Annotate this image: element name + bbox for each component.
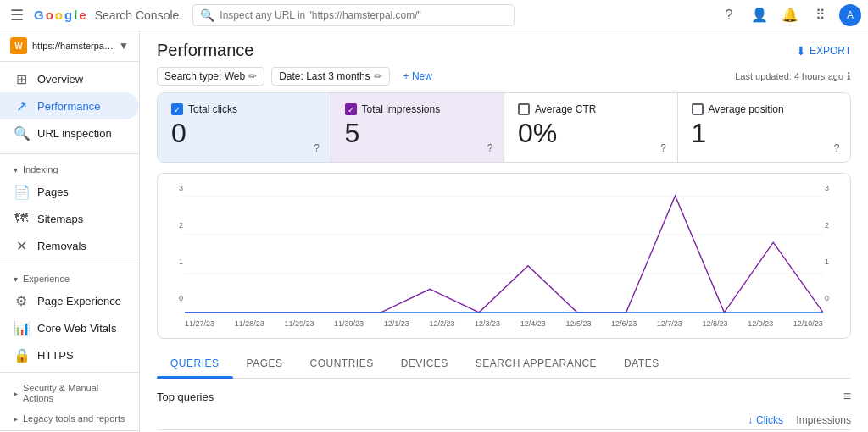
sidebar-item-page-experience[interactable]: ⚙ Page Experience	[0, 287, 139, 314]
x-label: 12/5/23	[565, 319, 591, 328]
sidebar-item-pages[interactable]: 📄 Pages	[0, 178, 139, 205]
col-clicks-label: Clicks	[756, 414, 783, 426]
sidebar-item-sitemaps[interactable]: 🗺 Sitemaps	[0, 205, 139, 232]
queries-table: Top queries ≡ ↓ Clicks Impressions hamst…	[157, 385, 851, 432]
property-icon: W	[10, 37, 27, 54]
tab-search-appearance[interactable]: SEARCH APPEARANCE	[462, 349, 610, 378]
experience-section[interactable]: ▾ Experience	[0, 267, 139, 287]
search-bar[interactable]: 🔍	[192, 4, 515, 26]
col-impressions-label: Impressions	[796, 414, 851, 426]
table-filter-icon[interactable]: ≡	[843, 389, 851, 404]
x-label: 12/10/23	[793, 319, 823, 328]
export-label: EXPORT	[810, 45, 851, 57]
tab-dates[interactable]: DATES	[610, 349, 673, 378]
tab-queries[interactable]: QUERIES	[157, 349, 233, 378]
x-label: 11/30/23	[334, 319, 364, 328]
x-label: 11/29/23	[284, 319, 314, 328]
performance-icon: ↗	[14, 98, 29, 114]
export-button[interactable]: ⬇ EXPORT	[796, 44, 851, 58]
average-position-card: Average position 1 ?	[677, 93, 851, 162]
impressions-label: Total impressions	[362, 103, 441, 115]
clicks-label: Total clicks	[188, 103, 237, 115]
x-label: 12/2/23	[429, 319, 454, 328]
position-value: 1	[692, 119, 837, 148]
sidebar-item-core-web-vitals[interactable]: 📊 Core Web Vitals	[0, 314, 139, 341]
date-range-filter[interactable]: Date: Last 3 months ✏	[271, 67, 389, 86]
x-label: 12/7/23	[657, 319, 682, 328]
filter-label: Date: Last 3 months	[279, 70, 370, 82]
col-clicks[interactable]: ↓ Clicks	[715, 414, 783, 426]
pages-icon: 📄	[14, 184, 29, 200]
legacy-section[interactable]: ▸ Legacy tools and reports	[0, 407, 139, 427]
sidebar-item-label: Removals	[37, 240, 86, 252]
experience-section-arrow: ▾	[14, 274, 18, 284]
sidebar-item-label: Core Web Vitals	[37, 322, 116, 335]
average-ctr-card: Average CTR 0% ?	[504, 93, 677, 162]
chart-area: 3 2 1 0 3 2 1 0	[157, 173, 851, 339]
y-left-2: 2	[179, 221, 183, 230]
sidebar-item-removals[interactable]: ✕ Removals	[0, 232, 139, 259]
y-right-2: 2	[825, 221, 829, 230]
help-icon[interactable]: ?	[717, 3, 741, 27]
search-input[interactable]	[220, 9, 507, 21]
table-header: Top queries ≡	[157, 385, 851, 411]
filter-label: Search type: Web	[164, 70, 245, 82]
sidebar-item-https[interactable]: 🔒 HTTPS	[0, 341, 139, 368]
tab-devices[interactable]: DEVICES	[387, 349, 462, 378]
impressions-checkbox[interactable]: ✓	[345, 103, 357, 115]
menu-icon[interactable]: ☰	[7, 5, 27, 25]
property-chevron[interactable]: ▼	[119, 40, 129, 52]
ctr-checkbox[interactable]	[518, 103, 530, 115]
sidebar: W https://hamsterpal... ▼ ⊞ Overview ↗ P…	[0, 30, 140, 432]
legacy-section-arrow: ▸	[14, 414, 18, 424]
add-new-label: + New	[403, 70, 432, 82]
sidebar-item-url-inspection[interactable]: 🔍 URL inspection	[0, 119, 139, 147]
y-right-1: 1	[825, 258, 829, 266]
experience-section-label: Experience	[23, 274, 70, 284]
removals-icon: ✕	[14, 238, 29, 254]
export-icon: ⬇	[796, 44, 806, 58]
clicks-info-icon[interactable]: ?	[310, 141, 324, 155]
impressions-info-icon[interactable]: ?	[483, 141, 497, 155]
page-title: Performance	[157, 41, 254, 60]
table-section-label: Top queries	[157, 390, 214, 403]
sidebar-item-label: HTTPS	[37, 349, 74, 362]
y-left-0: 0	[179, 294, 183, 302]
https-icon: 🔒	[14, 347, 29, 363]
ctr-value: 0%	[518, 119, 664, 148]
x-label: 12/1/23	[384, 319, 409, 328]
google-logo: G o o g l e	[34, 8, 86, 22]
security-section[interactable]: ▸ Security & Manual Actions	[0, 376, 139, 407]
sidebar-item-overview[interactable]: ⊞ Overview	[0, 65, 139, 92]
sidebar-item-performance[interactable]: ↗ Performance	[0, 92, 139, 119]
clicks-checkbox[interactable]: ✓	[171, 103, 183, 115]
add-filter-button[interactable]: + New	[397, 68, 439, 85]
last-updated-text: Last updated: 4 hours ago	[735, 71, 843, 81]
ctr-info-icon[interactable]: ?	[657, 141, 670, 155]
security-section-arrow: ▸	[14, 389, 18, 398]
x-label: 11/27/23	[185, 319, 214, 328]
profile-avatar[interactable]: A	[839, 4, 861, 26]
tab-pages[interactable]: PAGES	[233, 349, 297, 378]
x-label: 12/4/23	[520, 319, 546, 328]
core-web-vitals-icon: 📊	[14, 320, 29, 336]
topbar: ☰ G o o g l e Search Console 🔍 ? 👤 🔔 ⠿ A	[0, 0, 868, 30]
apps-icon[interactable]: ⠿	[809, 3, 832, 27]
sidebar-item-label: Sitemaps	[37, 213, 83, 225]
search-type-filter[interactable]: Search type: Web ✏	[157, 67, 264, 86]
performance-chart	[185, 191, 823, 318]
page-header: Performance ⬇ EXPORT	[157, 30, 851, 67]
app-title: Search Console	[95, 8, 180, 22]
info-icon: ℹ	[847, 70, 851, 82]
performance-tabs: QUERIES PAGES COUNTRIES DEVICES SEARCH A…	[157, 349, 851, 379]
col-impressions[interactable]: Impressions	[783, 414, 851, 426]
position-info-icon[interactable]: ?	[830, 141, 843, 155]
notifications-icon[interactable]: 🔔	[778, 3, 802, 27]
tab-countries[interactable]: COUNTRIES	[296, 349, 387, 378]
overview-icon: ⊞	[14, 71, 29, 87]
topbar-actions: ? 👤 🔔 ⠿ A	[717, 3, 861, 27]
x-label: 12/8/23	[702, 319, 727, 328]
account-icon[interactable]: 👤	[748, 3, 771, 27]
position-checkbox[interactable]	[692, 103, 704, 115]
indexing-section[interactable]: ▾ Indexing	[0, 158, 139, 178]
